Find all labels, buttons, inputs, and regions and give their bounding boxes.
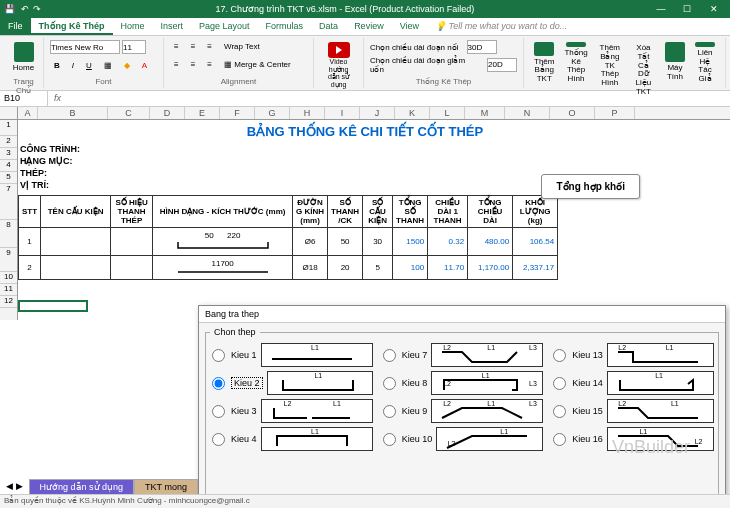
btn-thongke-thep[interactable]: Thống Kê Thép Hình [560,40,591,86]
border-icon[interactable]: ▦ [100,59,116,72]
tab-thongkethep[interactable]: Thống Kê Thép [31,18,113,35]
radio-kieu1[interactable] [212,349,225,362]
btn-maytinh[interactable]: Máy Tính [661,40,689,86]
align-bot-icon[interactable]: ≡ [203,40,216,53]
align-left-icon[interactable]: ≡ [170,58,183,71]
btn-thembang-tkhinh[interactable]: Thêm Bảng TK Thép Hình [594,40,626,86]
dialog-bangtrathep: Bang tra thep Chon thep Kieu 1L1 Kieu 7L… [198,305,726,503]
tab-file[interactable]: File [0,18,31,35]
radio-kieu2[interactable] [212,377,225,390]
tab-pagelayout[interactable]: Page Layout [191,18,258,35]
table-row[interactable]: 2 11700 Ø18205 10011.70 1,170.002,337.17 [19,256,558,280]
radio-kieu13[interactable] [553,349,566,362]
col-F[interactable]: F [220,107,255,119]
row-11[interactable]: 11 [0,284,17,296]
col-O[interactable]: O [550,107,595,119]
col-K[interactable]: K [395,107,430,119]
name-box[interactable]: B10 [0,91,48,106]
preview-kieu14: L1 [607,371,714,395]
radio-kieu3[interactable] [212,405,225,418]
radio-kieu7[interactable] [383,349,396,362]
col-H[interactable]: H [290,107,325,119]
row-1[interactable]: 1 [0,120,17,136]
radio-kieu15[interactable] [553,405,566,418]
align-mid-icon[interactable]: ≡ [187,40,200,53]
row-4[interactable]: 4 [0,160,17,172]
close-icon[interactable]: ✕ [702,4,726,14]
tab-data[interactable]: Data [311,18,346,35]
th-tcd: TỔNG CHIỀU DÀI [468,196,513,228]
row-3[interactable]: 3 [0,148,17,160]
qat-undo-icon[interactable]: ↶ [21,4,29,14]
row-5[interactable]: 5 [0,172,17,184]
col-P[interactable]: P [595,107,635,119]
watermark: VnBuilder [612,437,690,458]
table-row[interactable]: 1 50 220 Ø65030 15000.32 480.00106.54 [19,228,558,256]
radio-kieu4[interactable] [212,433,225,446]
sheet-tabs: ◀ ▶ Hướng dẫn sử dụng TKT mong [0,479,198,494]
font-name-input[interactable] [50,40,120,54]
tab-view[interactable]: View [392,18,427,35]
radio-kieu16[interactable] [553,433,566,446]
select-all-corner[interactable] [0,107,18,119]
fill-color-icon[interactable]: ◆ [120,59,134,72]
row-12[interactable]: 12 [0,296,17,308]
row-8[interactable]: 8 [0,220,17,248]
underline-button[interactable]: U [82,59,96,72]
col-D[interactable]: D [150,107,185,119]
input-doan-noi[interactable] [467,40,497,54]
row-9[interactable]: 9 [0,248,17,272]
row-10[interactable]: 10 [0,272,17,284]
col-G[interactable]: G [255,107,290,119]
font-size-input[interactable] [122,40,146,54]
tell-me[interactable]: 💡 Tell me what you want to do... [427,18,730,35]
col-L[interactable]: L [430,107,465,119]
col-C[interactable]: C [108,107,150,119]
th-st: SỐ THANH /CK [328,196,363,228]
selected-cell[interactable] [18,300,88,312]
col-B[interactable]: B [38,107,108,119]
col-A[interactable]: A [18,107,38,119]
btn-thembang-tkt[interactable]: Thêm Bảng TKT [530,40,558,86]
col-E[interactable]: E [185,107,220,119]
font-color-icon[interactable]: A [138,59,151,72]
btn-trangchu[interactable]: Home [10,40,37,75]
minimize-icon[interactable]: — [649,4,673,14]
fx-label[interactable]: fx [48,91,67,106]
tab-insert[interactable]: Insert [153,18,192,35]
row-2[interactable]: 2 [0,136,17,148]
col-J[interactable]: J [360,107,395,119]
col-I[interactable]: I [325,107,360,119]
tab-formulas[interactable]: Formulas [258,18,312,35]
radio-kieu10[interactable] [383,433,396,446]
radio-kieu8[interactable] [383,377,396,390]
wrap-text-button[interactable]: Wrap Text [220,40,264,53]
qat-save-icon[interactable]: 💾 [4,4,15,14]
input-doan-uon[interactable] [487,58,517,72]
align-top-icon[interactable]: ≡ [170,40,183,53]
align-right-icon[interactable]: ≡ [203,58,216,71]
button-tonghopkhoi[interactable]: Tổng hợp khối [541,174,640,199]
bold-button[interactable]: B [50,59,64,72]
sheet-tab-huongdan[interactable]: Hướng dẫn sử dụng [29,479,135,494]
radio-kieu9[interactable] [383,405,396,418]
maximize-icon[interactable]: ☐ [675,4,699,14]
radio-kieu14[interactable] [553,377,566,390]
tab-home[interactable]: Home [113,18,153,35]
sheet-tab-tktmong[interactable]: TKT mong [134,479,198,494]
align-center-icon[interactable]: ≡ [187,58,200,71]
btn-video[interactable]: Video hướng dẫn sử dụng [320,40,357,91]
btn-lienhe[interactable]: Liên Hệ Tác Giả [691,40,719,86]
row-7[interactable]: 7 [0,184,17,220]
ribbon-tabs: File Thống Kê Thép Home Insert Page Layo… [0,18,730,36]
tab-review[interactable]: Review [346,18,392,35]
col-M[interactable]: M [465,107,505,119]
merge-center-button[interactable]: ▦ Merge & Center [220,58,295,71]
steel-icon [566,42,586,47]
italic-button[interactable]: I [68,59,78,72]
youtube-icon [328,42,350,58]
btn-xoa[interactable]: Xóa Tất Cả Dữ Liệu TKT [628,40,659,86]
col-N[interactable]: N [505,107,550,119]
qat-redo-icon[interactable]: ↷ [33,4,41,14]
sheet-nav[interactable]: ◀ ▶ [0,479,29,494]
